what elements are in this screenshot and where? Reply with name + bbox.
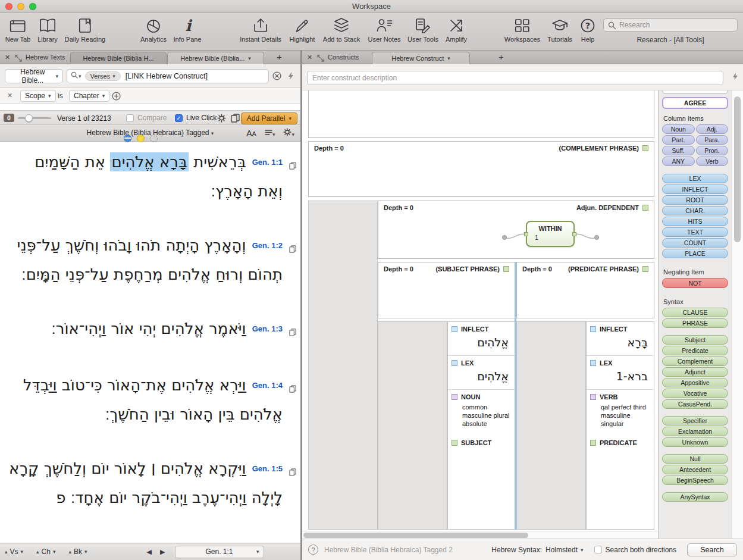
- library-button[interactable]: Library: [37, 16, 58, 43]
- palette-button-root[interactable]: ROOT: [662, 195, 728, 205]
- user-notes-button[interactable]: User Notes: [368, 16, 400, 43]
- subject-phrase-box[interactable]: Depth = 0 (SUBJECT PHRASE): [378, 262, 515, 318]
- minimize-window-button[interactable]: [17, 3, 24, 10]
- enabled-checkbox[interactable]: [642, 145, 648, 151]
- book-stepper[interactable]: ▴ Bk ▾: [68, 548, 87, 556]
- scrollbar-thumb[interactable]: [734, 96, 741, 242]
- add-to-stack-button[interactable]: Add to Stack: [323, 16, 360, 43]
- expand-zone-icon[interactable]: [317, 54, 324, 64]
- instant-details-button[interactable]: Instant Details: [240, 16, 281, 43]
- construct-description-input[interactable]: [307, 71, 723, 85]
- palette-button-inflect[interactable]: INFLECT: [662, 184, 728, 194]
- paragraph-format-icon[interactable]: ▾: [265, 128, 275, 139]
- palette-button-text[interactable]: TEXT: [662, 227, 728, 237]
- font-size-control[interactable]: AA: [246, 129, 256, 138]
- search-field[interactable]: ▾ Verses ▾ [LINK Hebrew Construct]: [67, 69, 269, 83]
- user-tools-button[interactable]: User Tools: [407, 16, 438, 43]
- copy-verse-icon[interactable]: [289, 151, 297, 178]
- zoom-window-button[interactable]: [29, 3, 36, 10]
- item-checkbox[interactable]: [452, 440, 457, 446]
- display-settings-gear-icon[interactable]: ▾: [283, 128, 294, 139]
- palette-button-null[interactable]: Null: [662, 454, 728, 464]
- construct-item-verb[interactable]: VERB qal perfect third masculine singula…: [587, 390, 654, 436]
- live-click-checkbox[interactable]: ✓: [175, 114, 183, 122]
- analytics-button[interactable]: Analytics: [140, 16, 167, 43]
- palette-button-specifier[interactable]: Specifier: [662, 416, 728, 426]
- palette-button-partial[interactable]: [662, 90, 728, 94]
- construct-item-inflect[interactable]: INFLECT אֱלֹהִים: [448, 322, 515, 356]
- compare-checkbox[interactable]: [126, 114, 134, 122]
- palette-button-vocative[interactable]: Vocative: [662, 389, 728, 398]
- palette-button-adjunct[interactable]: Adjunct: [662, 367, 728, 377]
- workspaces-button[interactable]: Workspaces: [504, 16, 540, 43]
- construct-item-lex[interactable]: LEX אֱלֹהִים: [448, 356, 515, 390]
- item-checkbox[interactable]: [452, 360, 457, 366]
- verse-stepper[interactable]: ▴ Vs ▾: [5, 548, 23, 556]
- search-query[interactable]: [LINK Hebrew Construct]: [126, 72, 208, 80]
- connector-dot-right[interactable]: [594, 235, 599, 240]
- new-tab-button[interactable]: New Tab: [5, 16, 31, 43]
- verse-text[interactable]: וְהָאָרֶץ הָיְתָה תֹהוּ וָבֹהוּ וְחֹשֶׁך…: [17, 236, 283, 283]
- syntax-database-dropdown[interactable]: Holmstedt ▾: [546, 546, 584, 554]
- pane-divider[interactable]: [300, 51, 302, 560]
- palette-button-casuspend[interactable]: CasusPend.: [662, 399, 728, 409]
- vertical-scrollbar[interactable]: [732, 90, 743, 539]
- item-checkbox[interactable]: [452, 326, 457, 332]
- tab-hebrew-bible-1[interactable]: Hebrew Bible (Biblia H...: [70, 52, 167, 64]
- step-down-icon[interactable]: ▾: [53, 549, 56, 555]
- construct-item-predicate[interactable]: PREDICATE: [587, 436, 654, 448]
- palette-button-antecedent[interactable]: Antecedent: [662, 465, 728, 474]
- verse-slider[interactable]: [18, 111, 51, 126]
- palette-button-predicate[interactable]: Predicate: [662, 346, 728, 355]
- copy-verse-icon[interactable]: [289, 374, 297, 401]
- palette-button-pron[interactable]: Pron.: [696, 146, 729, 155]
- complement-phrase-box[interactable]: Depth = 0 (COMPLEMENT PHRASE): [308, 141, 654, 197]
- item-checkbox[interactable]: [590, 440, 596, 446]
- parallel-panes-icon[interactable]: [231, 114, 240, 125]
- live-click-gear-icon[interactable]: [217, 114, 226, 125]
- copy-verse-icon[interactable]: [289, 318, 297, 345]
- palette-button-beginspeech[interactable]: BeginSpeech: [662, 475, 728, 485]
- palette-button-exclamation[interactable]: Exclamation: [662, 427, 728, 436]
- run-search-icon[interactable]: [731, 72, 739, 83]
- connection-point-left[interactable]: [524, 232, 528, 236]
- connection-point-right[interactable]: [572, 232, 576, 236]
- close-zone-icon[interactable]: ✕: [5, 54, 10, 61]
- step-down-icon[interactable]: ▾: [21, 549, 24, 555]
- expand-zone-icon[interactable]: [15, 54, 22, 64]
- palette-button-hits[interactable]: HITS: [662, 217, 728, 226]
- verse-text[interactable]: וַיַּרְא אֱלֹהִים אֶת־הָאוֹר כִּי־טוֹב ו…: [23, 376, 283, 423]
- palette-button-lex[interactable]: LEX: [662, 174, 728, 183]
- copy-verse-icon[interactable]: [289, 458, 297, 484]
- palette-button-clause[interactable]: CLAUSE: [662, 308, 728, 317]
- close-window-button[interactable]: [5, 3, 12, 10]
- step-up-icon[interactable]: ▴: [36, 549, 39, 555]
- predicate-phrase-box[interactable]: Depth = 0 (PREDICATE PHRASE): [516, 262, 654, 318]
- item-checkbox[interactable]: [590, 326, 596, 332]
- construct-canvas[interactable]: Depth = 0 (COMPLEMENT PHRASE) Depth = 0 …: [302, 90, 658, 539]
- add-parallel-button[interactable]: Add Parallel ▾: [241, 112, 297, 124]
- palette-button-para[interactable]: Para.: [696, 135, 729, 145]
- search-range-pill[interactable]: Verses ▾: [85, 71, 121, 81]
- scrollbar-thumb[interactable]: [303, 533, 528, 538]
- add-criterion-icon[interactable]: [112, 92, 121, 103]
- research-input[interactable]: [604, 19, 737, 31]
- amplify-button[interactable]: Amplify: [446, 16, 467, 43]
- within-node[interactable]: WITHIN 1: [526, 221, 575, 247]
- highlight-button[interactable]: Highlight: [290, 16, 315, 43]
- tab-hebrew-bible-2[interactable]: Hebrew Bible (Biblia... ▾: [167, 52, 264, 64]
- remove-criterion-icon[interactable]: ✕: [7, 92, 12, 99]
- palette-button-part[interactable]: Part.: [662, 135, 695, 145]
- step-up-icon[interactable]: ▴: [5, 549, 8, 555]
- palette-button-phrase[interactable]: PHRASE: [662, 318, 728, 328]
- module-dropdown[interactable]: Hebrew Bible... ▾: [5, 69, 63, 83]
- research-search-field[interactable]: [603, 18, 738, 32]
- tutorials-button[interactable]: Tutorials: [547, 16, 572, 43]
- verse-text[interactable]: וַיִּקְרָא אֱלֹהִים ׀ לָאוֹר יוֹם וְלַחֹ…: [9, 459, 283, 506]
- forward-icon[interactable]: ▶: [160, 548, 165, 556]
- enabled-checkbox[interactable]: [503, 266, 509, 272]
- connector-dot-left[interactable]: [502, 235, 507, 240]
- dependent-clause-box[interactable]: Depth = 0 Adjun. DEPENDENT WITHIN 1: [378, 201, 654, 259]
- close-zone-icon[interactable]: ✕: [307, 54, 312, 61]
- back-icon[interactable]: ◀: [147, 548, 152, 556]
